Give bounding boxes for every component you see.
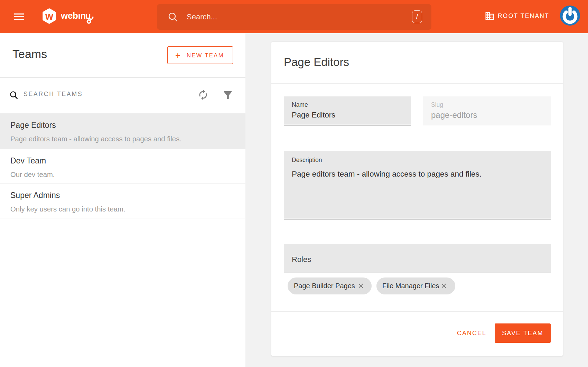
svg-text:w: w	[45, 11, 53, 22]
